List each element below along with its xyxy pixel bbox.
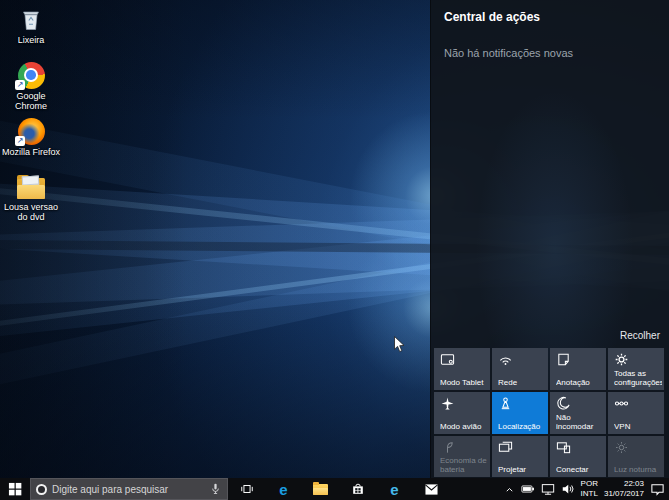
task-view-icon: [240, 482, 254, 496]
quick-action-label: Economia de bateria: [440, 456, 488, 474]
quick-action-project[interactable]: Projetar: [492, 436, 548, 477]
location-icon: [498, 396, 513, 411]
desktop-icon-label: Lousa versao do dvd: [2, 202, 60, 223]
internet-explorer-icon: e: [390, 482, 398, 497]
quick-action-label: Luz noturna: [614, 465, 662, 474]
quick-action-label: Modo Tablet: [440, 378, 488, 387]
desktop-icon-google-chrome[interactable]: ↗ Google Chrome: [2, 61, 60, 112]
gear-icon: [614, 352, 629, 367]
clock[interactable]: 22:03 31/07/2017: [604, 479, 644, 499]
task-view-button[interactable]: [228, 478, 265, 500]
quick-action-label: Conectar: [556, 465, 604, 474]
file-explorer-icon: [313, 484, 328, 495]
microphone-icon[interactable]: [209, 482, 222, 496]
quick-action-label: Localização: [498, 422, 546, 431]
windows-logo-icon: [8, 482, 22, 496]
quick-action-night-light[interactable]: Luz noturna: [608, 436, 664, 477]
project-icon: [498, 440, 513, 455]
chevron-up-icon: [504, 484, 515, 495]
battery-icon: [521, 482, 535, 496]
action-center-icon: [650, 482, 665, 497]
vpn-icon: [614, 396, 629, 411]
shortcut-arrow-icon: ↗: [15, 80, 25, 90]
quick-action-label: Rede: [498, 378, 546, 387]
speaker-icon: [561, 482, 575, 496]
file-explorer-button[interactable]: [302, 478, 339, 500]
desktop-icon-label: Google Chrome: [2, 91, 60, 112]
quick-action-network[interactable]: Rede: [492, 348, 548, 390]
quick-action-label: Modo avião: [440, 422, 488, 431]
no-notifications-message: Não há notificações novas: [444, 47, 573, 59]
desktop-icon-mozilla-firefox[interactable]: ↗ Mozilla Firefox: [2, 117, 60, 157]
edge-icon: e: [279, 482, 287, 497]
show-hidden-icons-button[interactable]: [504, 484, 515, 495]
quick-action-all-settings[interactable]: Todas as configurações: [608, 348, 664, 390]
clock-time: 22:03: [604, 479, 644, 489]
action-center-button[interactable]: [650, 482, 665, 497]
start-button[interactable]: [0, 478, 30, 500]
note-icon: [556, 352, 571, 367]
quick-action-label: VPN: [614, 422, 662, 431]
mozilla-firefox-icon: ↗: [16, 117, 46, 145]
quick-action-label: Não incomodar: [556, 413, 604, 431]
desktop-icon-recycle-bin[interactable]: Lixeira: [2, 5, 60, 45]
internet-explorer-button[interactable]: e: [376, 478, 413, 500]
taskbar-app-icons: e e: [228, 478, 450, 500]
wifi-icon: [498, 352, 513, 367]
quick-action-connect[interactable]: Conectar: [550, 436, 606, 477]
quick-action-label: Projetar: [498, 465, 546, 474]
airplane-icon: [440, 396, 455, 411]
quick-action-label: Anotação: [556, 378, 604, 387]
tablet-mode-icon: [440, 352, 455, 367]
keyboard-layout: INTL: [581, 489, 598, 499]
network-tray-button[interactable]: [541, 482, 555, 496]
desktop-icon-lousa-folder[interactable]: Lousa versao do dvd: [2, 172, 60, 223]
taskbar-search[interactable]: [30, 478, 228, 500]
quick-action-note[interactable]: Anotação: [550, 348, 606, 390]
battery-saver-icon: [440, 440, 455, 455]
battery-tray-button[interactable]: [521, 482, 535, 496]
mail-button[interactable]: [413, 478, 450, 500]
store-icon: [351, 482, 365, 496]
google-chrome-icon: ↗: [16, 61, 46, 89]
action-center-title: Central de ações: [444, 10, 540, 24]
mail-icon: [424, 483, 439, 496]
quick-action-battery-saver[interactable]: Economia de bateria: [434, 436, 490, 477]
folder-icon: [16, 172, 46, 200]
clock-date: 31/07/2017: [604, 489, 644, 499]
connect-icon: [556, 440, 571, 455]
night-light-icon: [614, 440, 629, 455]
desktop-icon-label: Lixeira: [18, 35, 45, 45]
store-button[interactable]: [339, 478, 376, 500]
taskbar: e e: [0, 478, 669, 500]
quick-actions-grid: Modo Tablet Rede Anotação: [434, 348, 666, 477]
quick-action-label: Todas as configurações: [614, 369, 662, 387]
desktop-screen: Lixeira ↗ Google Chrome ↗ Mozilla Firefo…: [0, 0, 669, 500]
cortana-icon: [36, 484, 47, 495]
collapse-link[interactable]: Recolher: [620, 330, 660, 341]
quick-action-tablet-mode[interactable]: Modo Tablet: [434, 348, 490, 390]
desktop-icon-label: Mozilla Firefox: [2, 147, 60, 157]
quick-action-vpn[interactable]: VPN: [608, 392, 664, 434]
search-input[interactable]: [52, 484, 204, 495]
shortcut-arrow-icon: ↗: [15, 136, 25, 146]
edge-button[interactable]: e: [265, 478, 302, 500]
quick-action-location[interactable]: Localização: [492, 392, 548, 434]
quick-action-quiet-hours[interactable]: Não incomodar: [550, 392, 606, 434]
action-center-panel: Central de ações Não há notificações nov…: [430, 0, 669, 478]
recycle-bin-icon: [16, 5, 46, 33]
system-tray: POR INTL 22:03 31/07/2017: [504, 478, 669, 500]
quick-action-airplane-mode[interactable]: Modo avião: [434, 392, 490, 434]
volume-tray-button[interactable]: [561, 482, 575, 496]
network-icon: [541, 482, 555, 496]
moon-icon: [556, 396, 571, 411]
language-code: POR: [581, 479, 598, 489]
language-indicator[interactable]: POR INTL: [581, 479, 598, 499]
